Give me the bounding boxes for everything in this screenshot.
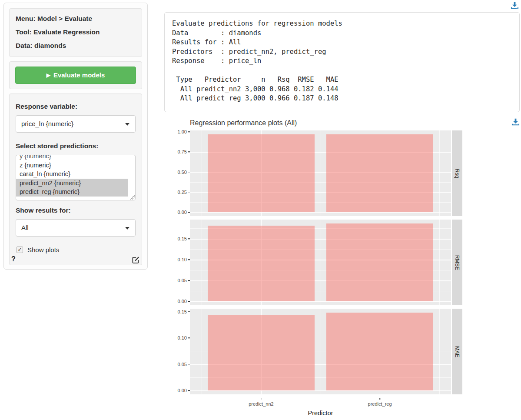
facet-mae: 0.000.050.100.15MAE [172,309,520,394]
y-tick-label: 0.75 [178,149,187,154]
y-axis: 0.000.050.100.15 [172,220,190,305]
show-results-for-select[interactable]: All [16,219,136,237]
grid-line [321,309,321,394]
response-variable-value: price_ln {numeric} [21,120,73,127]
response-variable-select[interactable]: price_ln {numeric} [16,115,136,133]
grid-line [321,130,321,216]
x-tick-label: predict_reg [368,401,392,407]
help-link[interactable]: ? [11,255,16,263]
show-plots-label[interactable]: Show plots [27,246,59,253]
show-results-for-value: All [21,224,29,231]
facet-strip: RMSE [452,220,462,305]
evaluate-models-button[interactable]: ▶Evaluate models [15,67,136,84]
y-tick-label: 0.10 [178,335,187,340]
play-icon: ▶ [46,72,50,78]
list-option[interactable]: y {numeric} [16,155,128,161]
sidebar-footer: ? [9,255,142,266]
y-tick-label: 0.15 [178,236,187,241]
facet-strip-label: RMSE [454,255,460,270]
stored-predictions-list[interactable]: y {numeric}z {numeric}carat_ln {numeric}… [16,155,136,200]
facet-rmse: 0.000.050.100.15RMSE [172,220,520,305]
response-variable-label: Response variable: [16,103,136,110]
grid-line [202,220,202,305]
chevron-down-icon [125,123,129,126]
x-tick-mark [379,398,380,400]
grid-line [439,130,440,216]
facet-strip-label: MAE [454,346,460,357]
main-output: Evaluate predictions for regression mode… [164,0,520,420]
evaluate-panel: ▶Evaluate models [9,61,142,89]
bar-predict_nn2-mae [208,315,315,390]
chevron-down-icon [125,227,129,230]
y-tick-label: 0.00 [178,210,187,215]
grid-line [202,130,202,216]
plot-panel [190,130,451,216]
bar-predict_nn2-rmse [208,226,315,301]
y-tick-label: 0.10 [178,257,187,262]
y-axis: 0.000.250.500.751.00 [172,130,190,216]
facet-strip: MAE [452,309,462,394]
grid-line [439,220,440,305]
context-panel: Menu: Model > Evaluate Tool: Evaluate Re… [9,8,142,57]
x-tick-mark [261,398,262,400]
y-axis: 0.000.050.100.15 [172,309,190,394]
y-tick-label: 0.05 [178,278,187,283]
dataset-name: Data: diamonds [16,42,136,50]
grid-line [190,132,451,132]
list-option[interactable]: carat_ln {numeric} [16,170,128,179]
facet-grid: 0.000.250.500.751.00Rsq0.000.050.100.15R… [172,130,520,394]
x-tick-label: predict_nn2 [249,401,274,407]
grid-line [190,390,451,391]
download-summary-icon[interactable] [511,2,519,11]
plot-title: Regression performance plots (All) [190,117,520,127]
list-option[interactable]: predict_nn2 {numeric} [16,179,128,188]
list-option[interactable]: z {numeric} [16,161,128,170]
plot-panel [190,220,451,305]
x-axis-title: Predictor [308,410,333,417]
facet-strip: Rsq [452,130,462,216]
menu-breadcrumb: Menu: Model > Evaluate [16,15,136,23]
grid-line [190,301,451,302]
controls-panel: Response variable: price_ln {numeric} Se… [9,93,142,265]
bar-predict_reg-rsq [326,134,433,212]
evaluate-models-label: Evaluate models [53,71,105,79]
tool-name: Tool: Evaluate Regression [16,28,136,36]
bar-predict_reg-mae [326,313,433,390]
edit-report-icon[interactable] [132,256,140,266]
y-tick-label: 0.05 [178,362,187,367]
download-plot-icon[interactable] [511,118,520,127]
stored-predictions-label: Select stored predictions: [16,142,136,150]
facet-rsq: 0.000.250.500.751.00Rsq [172,130,520,216]
plot-block: Regression performance plots (All) 0.000… [164,117,520,420]
grid-line [439,309,440,394]
grid-line [321,220,321,305]
facet-strip-label: Rsq [454,169,460,178]
grid-line [190,212,451,213]
y-tick-label: 0.25 [178,190,187,195]
y-tick-label: 0.50 [178,170,187,175]
bar-predict_reg-rmse [326,223,433,301]
plot-panel [190,309,451,394]
evaluation-summary: Evaluate predictions for regression mode… [164,12,520,112]
y-tick-label: 0.00 [178,388,187,393]
sidebar: Menu: Model > Evaluate Tool: Evaluate Re… [3,3,148,270]
list-option[interactable]: predict_reg {numeric} [16,187,128,197]
y-tick-label: 0.15 [178,309,187,314]
show-plots-row: ✓ Show plots [17,246,136,253]
resize-handle-icon[interactable] [130,195,135,200]
plot-area: 0.000.250.500.751.00Rsq0.000.050.100.15R… [172,130,520,420]
grid-line [190,312,451,312]
grid-line [202,309,202,394]
bar-predict_nn2-rsq [208,134,315,212]
show-plots-checkbox[interactable]: ✓ [17,247,23,253]
x-axis: predict_nn2predict_regPredictor [172,398,520,420]
y-tick-label: 0.00 [178,299,187,304]
show-results-for-label: Show results for: [16,207,136,214]
y-tick-label: 1.00 [178,129,187,134]
